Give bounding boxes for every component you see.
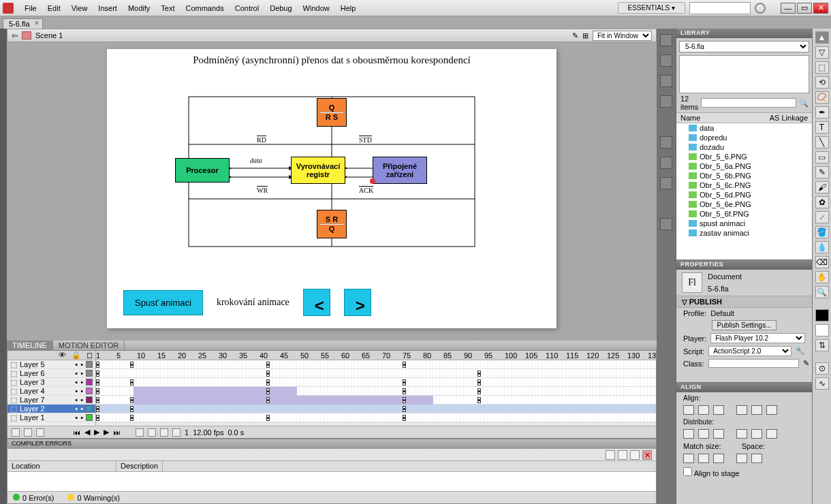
dist-right-icon[interactable] xyxy=(766,429,777,439)
smooth-icon[interactable]: ∿ xyxy=(815,377,829,390)
layer-row[interactable]: ⬚Layer 6•• xyxy=(7,369,95,378)
lasso-tool-icon[interactable]: 📿 xyxy=(815,91,829,104)
layer-row[interactable]: ⬚Layer 5•• xyxy=(7,360,95,369)
start-animation-button[interactable]: Spusť animaci xyxy=(123,290,203,315)
document-tab[interactable]: 5-6.fla✕ xyxy=(3,18,43,29)
selection-tool-icon[interactable]: ▲ xyxy=(815,31,829,44)
line-tool-icon[interactable]: ╲ xyxy=(815,136,829,148)
layer-row[interactable]: ⬚Layer 3•• xyxy=(7,378,95,387)
align-top-icon[interactable] xyxy=(736,405,747,415)
col-linkage[interactable]: AS Linkage xyxy=(766,113,812,123)
col-name[interactable]: Name xyxy=(676,113,766,123)
layer-row[interactable]: ⬚Layer 4•• xyxy=(7,387,95,396)
publish-settings-button[interactable]: Publish Settings... xyxy=(712,320,776,330)
script-select[interactable]: ActionScript 2.0 xyxy=(708,346,791,356)
align-vcenter-icon[interactable] xyxy=(751,405,762,415)
first-frame-icon[interactable]: ⏮ xyxy=(73,428,80,437)
library-item[interactable]: data xyxy=(676,123,812,133)
dist-left-icon[interactable] xyxy=(736,429,747,439)
new-layer-icon[interactable] xyxy=(12,428,20,437)
frame-row[interactable] xyxy=(96,369,656,378)
library-item[interactable]: Obr_5_6d.PNG xyxy=(676,190,812,200)
publish-section[interactable]: ▽ PUBLISH xyxy=(676,296,812,308)
library-search-input[interactable] xyxy=(701,98,796,108)
next-step-button[interactable]: > xyxy=(344,289,371,316)
pencil-tool-icon[interactable]: ✎ xyxy=(815,166,829,178)
settings-icon[interactable]: 🔧 xyxy=(796,347,805,356)
prev-step-button[interactable]: < xyxy=(303,289,330,316)
dist-bottom-icon[interactable] xyxy=(713,429,724,439)
library-item[interactable]: dopredu xyxy=(676,133,812,142)
frame-ruler[interactable]: 1510152025303540455055606570758085909510… xyxy=(96,351,656,360)
match-h-icon[interactable] xyxy=(698,454,709,463)
frame-row[interactable] xyxy=(96,396,656,405)
loop-icon[interactable] xyxy=(136,428,144,437)
layer-row[interactable]: ⬚Layer 1•• xyxy=(7,413,95,422)
help-search-input[interactable] xyxy=(689,2,751,14)
edit-symbol-icon[interactable]: ⊞ xyxy=(582,31,589,40)
stage[interactable]: Podmíněný (asynchronní) přenos dat s obo… xyxy=(107,49,556,328)
back-icon[interactable]: ⇦ xyxy=(12,31,18,40)
menu-debug[interactable]: Debug xyxy=(264,2,297,14)
dist-hcenter-icon[interactable] xyxy=(751,429,762,439)
menu-file[interactable]: File xyxy=(19,2,42,14)
edit-multiple-icon[interactable] xyxy=(172,428,181,437)
menu-help[interactable]: Help xyxy=(335,2,362,14)
3d-rotation-tool-icon[interactable]: ⟲ xyxy=(815,76,829,89)
space-h-icon[interactable] xyxy=(736,454,747,463)
close-tab-icon[interactable]: ✕ xyxy=(34,20,40,27)
new-folder-icon[interactable] xyxy=(24,428,32,437)
match-w-icon[interactable] xyxy=(683,454,694,463)
comp-tool-3[interactable] xyxy=(630,450,640,460)
comp-tool-2[interactable] xyxy=(618,450,627,460)
menu-edit[interactable]: Edit xyxy=(42,2,66,14)
panel-icon-3[interactable] xyxy=(660,75,672,87)
menu-view[interactable]: View xyxy=(66,2,93,14)
scene-name[interactable]: Scene 1 xyxy=(35,31,63,40)
eyedropper-tool-icon[interactable]: 💧 xyxy=(815,241,829,253)
library-item[interactable]: Obr_5_6c.PNG xyxy=(676,180,812,190)
player-select[interactable]: Flash Player 10.2 xyxy=(710,333,805,343)
panel-icon-6[interactable] xyxy=(660,157,672,169)
layer-row[interactable]: ⬚Layer 2•• xyxy=(7,405,95,413)
space-v-icon[interactable] xyxy=(751,454,762,463)
panel-icon-4[interactable] xyxy=(660,95,672,108)
onion-outline-icon[interactable] xyxy=(160,428,168,437)
text-tool-icon[interactable]: T xyxy=(815,121,829,133)
rectangle-tool-icon[interactable]: ▭ xyxy=(815,151,829,163)
hand-tool-icon[interactable]: ✋ xyxy=(815,271,829,283)
menu-control[interactable]: Control xyxy=(230,2,264,14)
menu-commands[interactable]: Commands xyxy=(180,2,229,14)
menu-window[interactable]: Window xyxy=(298,2,335,14)
panel-icon-5[interactable] xyxy=(660,136,672,148)
edit-class-icon[interactable]: ✎ xyxy=(803,359,809,368)
pen-tool-icon[interactable]: ✒ xyxy=(815,106,829,119)
panel-icon-2[interactable] xyxy=(660,54,672,67)
motion-editor-tab[interactable]: MOTION EDITOR xyxy=(53,341,125,350)
align-to-stage-checkbox[interactable] xyxy=(683,467,692,476)
restore-button[interactable]: ▭ xyxy=(797,3,812,14)
fill-color-swatch[interactable] xyxy=(815,324,829,336)
comp-tool-1[interactable] xyxy=(606,450,615,460)
deco-tool-icon[interactable]: ✿ xyxy=(815,196,829,208)
align-header[interactable]: ALIGN xyxy=(676,383,812,392)
last-frame-icon[interactable]: ⏭ xyxy=(113,428,121,437)
swap-colors-icon[interactable]: ⇅ xyxy=(815,339,829,351)
transform-tool-icon[interactable]: ⬚ xyxy=(815,61,829,74)
outline-icon[interactable]: ◻ xyxy=(87,351,93,360)
edit-scene-icon[interactable]: ✎ xyxy=(572,31,578,40)
play-icon[interactable]: ▶ xyxy=(94,428,99,437)
menu-modify[interactable]: Modify xyxy=(123,2,155,14)
library-item[interactable]: Obr_5_6e.PNG xyxy=(676,200,812,209)
prev-frame-icon[interactable]: ◀ xyxy=(84,428,90,437)
align-bottom-icon[interactable] xyxy=(766,405,777,415)
library-item[interactable]: Obr_5_6b.PNG xyxy=(676,171,812,180)
stroke-color-swatch[interactable] xyxy=(815,309,829,321)
col-location[interactable]: Location xyxy=(7,461,116,471)
delete-layer-icon[interactable] xyxy=(36,428,44,437)
compiler-header[interactable]: COMPILER ERRORS xyxy=(7,439,656,449)
frame-row[interactable] xyxy=(96,378,656,387)
align-hcenter-icon[interactable] xyxy=(698,405,709,415)
library-item[interactable]: zastav animaci xyxy=(676,228,812,238)
next-frame-icon[interactable]: ▶ xyxy=(104,428,109,437)
